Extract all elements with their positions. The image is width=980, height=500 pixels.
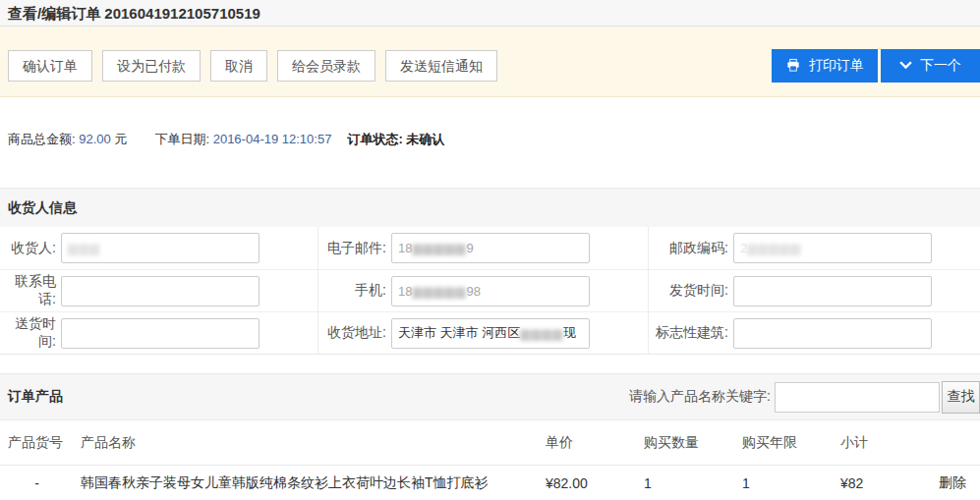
order-total: 商品总金额: 92.00 元 xyxy=(8,131,127,148)
email-cell: 电子邮件: 18 ▆▆▆▆▆ 9 xyxy=(317,227,648,269)
product-subtotal: ¥82 xyxy=(829,475,927,491)
product-qty: 1 xyxy=(632,475,730,491)
col-subtotal: 小计 xyxy=(829,434,927,452)
product-search-label: 请输入产品名称关键字: xyxy=(629,388,771,406)
product-sku: - xyxy=(0,475,74,491)
consignee-cell: 收货人: ▆▆▆ xyxy=(0,227,317,269)
delivery-time-field[interactable] xyxy=(61,318,259,349)
mobile-visible: 18 xyxy=(398,284,412,299)
print-order-label: 打印订单 xyxy=(809,57,864,75)
order-total-label: 商品总金额: xyxy=(8,132,76,146)
landmark-cell: 标志性建筑: xyxy=(648,312,980,354)
address-label: 收货地址: xyxy=(318,324,391,342)
form-row-1: 收货人: ▆▆▆ 电子邮件: 18 ▆▆▆▆▆ 9 邮政编码: 2 xyxy=(0,227,980,269)
mobile-redacted: ▆▆▆▆▆ xyxy=(412,284,466,299)
col-qty: 购买数量 xyxy=(632,434,730,452)
col-sku: 产品货号 xyxy=(0,434,74,452)
product-row: - 韩国春秋亲子装母女儿童韩版纯棉条纹衫上衣荷叶边长袖T恤打底衫 ¥82.00 … xyxy=(0,466,980,500)
order-total-unit: 元 xyxy=(114,132,127,146)
printer-icon xyxy=(785,58,801,73)
phone-label: 联系电话: xyxy=(0,273,61,308)
form-row-3: 送货时间: 收货地址: 天津市 天津市 河西区 ▆▆▆▆ 现 标志性建筑: xyxy=(0,311,980,354)
chevron-down-icon xyxy=(899,61,912,70)
products-table-header: 产品货号 产品名称 单价 购买数量 购买年限 小计 xyxy=(0,420,980,466)
print-order-button[interactable]: 打印订单 xyxy=(772,49,878,83)
product-years: 1 xyxy=(730,475,829,491)
email-redacted: ▆▆▆▆▆ xyxy=(412,241,466,255)
order-status-value: 未确认 xyxy=(406,132,444,146)
products-section-bar: 订单产品 请输入产品名称关键字: 查找 xyxy=(0,373,980,420)
postcode-cell: 邮政编码: 2 ▆▆▆▆▆ xyxy=(648,227,980,269)
toolbar-right-group: 打印订单 下一个 xyxy=(772,49,980,83)
col-price: 单价 xyxy=(534,434,632,452)
order-status: 订单状态: 未确认 xyxy=(347,131,444,148)
address-redacted: ▆▆▆▆ xyxy=(520,326,563,341)
consignee-section-title: 收货人信息 xyxy=(0,188,980,227)
col-years: 购买年限 xyxy=(730,434,829,452)
address-field[interactable]: 天津市 天津市 河西区 ▆▆▆▆ 现 xyxy=(391,318,590,349)
address-visible: 天津市 天津市 河西区 xyxy=(398,324,520,342)
phone-field[interactable] xyxy=(61,276,259,306)
ship-time-cell: 发货时间: xyxy=(648,270,980,311)
page-title-bar: 查看/编辑订单 2016041912105710519 xyxy=(0,0,980,27)
delivery-time-cell: 送货时间: xyxy=(0,312,317,354)
confirm-order-button[interactable]: 确认订单 xyxy=(8,50,92,82)
delivery-time-label: 送货时间: xyxy=(0,315,61,351)
order-date: 下单日期: 2016-04-19 12:10:57 xyxy=(154,131,331,148)
email-field[interactable]: 18 ▆▆▆▆▆ 9 xyxy=(391,233,590,263)
order-date-value: 2016-04-19 12:10:57 xyxy=(213,132,332,146)
mobile-visible-end: 98 xyxy=(466,284,480,299)
email-visible: 18 xyxy=(398,241,412,255)
mobile-cell: 手机: 18 ▆▆▆▆▆ 98 xyxy=(317,270,648,311)
col-name: 产品名称 xyxy=(74,434,534,452)
product-name-link[interactable]: 韩国春秋亲子装母女儿童韩版纯棉条纹衫上衣荷叶边长袖T恤打底衫 xyxy=(81,474,489,490)
product-search-zone: 请输入产品名称关键字: 查找 xyxy=(629,381,980,414)
order-status-label: 订单状态: xyxy=(347,132,402,146)
address-visible-end: 现 xyxy=(563,324,576,342)
consignee-label: 收货人: xyxy=(0,240,61,257)
next-order-label: 下一个 xyxy=(920,57,961,75)
order-total-value: 92.00 xyxy=(79,132,111,146)
postcode-label: 邮政编码: xyxy=(649,240,733,257)
consignee-redacted: ▆▆▆ xyxy=(68,241,100,255)
landmark-label: 标志性建筑: xyxy=(649,324,733,342)
email-visible-end: 9 xyxy=(466,241,473,255)
consignee-form: 收货人: ▆▆▆ 电子邮件: 18 ▆▆▆▆▆ 9 邮政编码: 2 xyxy=(0,227,980,355)
order-edit-page: 查看/编辑订单 2016041912105710519 确认订单 设为已付款 取… xyxy=(0,0,980,500)
send-sms-button[interactable]: 发送短信通知 xyxy=(385,50,497,82)
order-summary: 商品总金额: 92.00 元 下单日期: 2016-04-19 12:10:57… xyxy=(8,131,980,148)
mobile-field[interactable]: 18 ▆▆▆▆▆ 98 xyxy=(391,276,590,306)
consignee-field[interactable]: ▆▆▆ xyxy=(61,233,259,263)
product-search-input[interactable] xyxy=(775,382,940,413)
postcode-redacted: ▆▆▆▆▆ xyxy=(747,241,801,255)
order-date-label: 下单日期: xyxy=(154,132,209,146)
products-section-title: 订单产品 xyxy=(8,388,63,406)
landmark-field[interactable] xyxy=(733,318,932,349)
email-label: 电子邮件: xyxy=(318,240,391,257)
cancel-button[interactable]: 取消 xyxy=(210,50,267,82)
product-delete-link[interactable]: 删除 xyxy=(939,474,966,490)
ship-time-label: 发货时间: xyxy=(649,282,733,300)
page-title: 查看/编辑订单 2016041912105710519 xyxy=(8,5,260,22)
ship-time-field[interactable] xyxy=(733,276,932,306)
mobile-label: 手机: xyxy=(318,282,391,300)
phone-cell: 联系电话: xyxy=(0,270,317,311)
product-price: ¥82.00 xyxy=(534,475,632,491)
postcode-field[interactable]: 2 ▆▆▆▆▆ xyxy=(733,233,932,263)
action-toolbar: 确认订单 设为已付款 取消 给会员录款 发送短信通知 打印订单 xyxy=(0,27,980,97)
next-order-button[interactable]: 下一个 xyxy=(881,49,980,83)
form-row-2: 联系电话: 手机: 18 ▆▆▆▆▆ 98 发货时间: xyxy=(0,269,980,311)
record-payment-button[interactable]: 给会员录款 xyxy=(277,50,375,82)
set-paid-button[interactable]: 设为已付款 xyxy=(102,50,201,82)
address-cell: 收货地址: 天津市 天津市 河西区 ▆▆▆▆ 现 xyxy=(317,312,648,354)
product-search-button[interactable]: 查找 xyxy=(942,381,980,414)
